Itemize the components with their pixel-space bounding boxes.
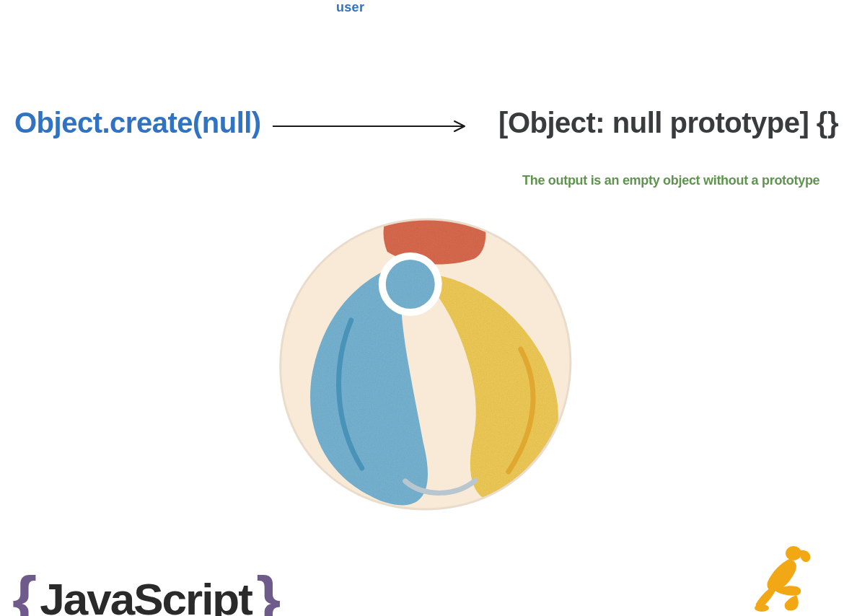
expression-right: [Object: null prototype] {} xyxy=(498,107,838,139)
brace-open: { xyxy=(12,563,35,616)
brace-close: } xyxy=(256,563,279,616)
javascript-word: JavaScript xyxy=(35,574,256,616)
user-label: user xyxy=(336,0,364,15)
kneeling-figure-icon xyxy=(737,543,817,612)
svg-point-6 xyxy=(755,604,769,612)
expression-left: Object.create(null) xyxy=(14,107,261,139)
svg-point-4 xyxy=(386,260,435,309)
svg-point-5 xyxy=(786,546,801,560)
javascript-logo: {JavaScript} xyxy=(12,573,279,616)
beach-ball-icon xyxy=(272,212,579,519)
arrow-right-icon xyxy=(273,119,473,133)
output-caption: The output is an empty object without a … xyxy=(522,173,819,188)
diagram-stage: user Object.create(null) [Object: null p… xyxy=(0,0,844,616)
